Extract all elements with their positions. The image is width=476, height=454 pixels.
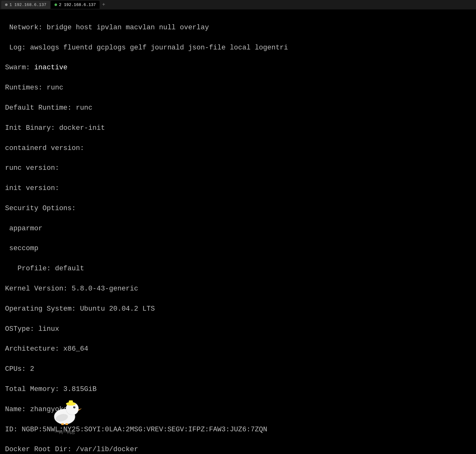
line-arch: Architecture: x86_64 xyxy=(5,344,471,354)
line-seccomp: seccomp xyxy=(5,244,471,254)
line-default-runtime: Default Runtime: runc xyxy=(5,103,471,113)
line-os: Operating System: Ubuntu 20.04.2 LTS xyxy=(5,304,471,314)
line-init-version: init version: xyxy=(5,183,471,193)
line-profile: Profile: default xyxy=(5,264,471,274)
tab-1-dot xyxy=(5,3,8,6)
line-apparmor: apparmor xyxy=(5,224,471,234)
line-memory: Total Memory: 3.815GiB xyxy=(5,384,471,394)
tab-1-label: 1 192.168.6.137 xyxy=(9,3,46,7)
line-name: Name: zhangyoke xyxy=(5,405,471,415)
new-tab-button[interactable]: + xyxy=(100,2,107,8)
line-kernel: Kernel Version: 5.8.0-43-generic xyxy=(5,284,471,294)
line-containerd: containerd version: xyxy=(5,143,471,153)
line-docker-root: Docker Root Dir: /var/lib/docker xyxy=(5,445,471,454)
line-security-options: Security Options: xyxy=(5,204,471,214)
line-network: Network: bridge host ipvlan macvlan null… xyxy=(5,23,471,33)
tab-2-label: 2 192.168.6.137 xyxy=(59,3,96,7)
terminal-output: Network: bridge host ipvlan macvlan null… xyxy=(0,9,476,454)
line-swarm: Swarm: inactive xyxy=(5,63,471,73)
line-cpus: CPUs: 2 xyxy=(5,364,471,374)
line-ostype: OSType: linux xyxy=(5,324,471,334)
line-runtimes: Runtimes: runc xyxy=(5,83,471,93)
tab-2[interactable]: 2 192.168.6.137 xyxy=(51,1,100,9)
tab-1[interactable]: 1 192.168.6.137 xyxy=(1,1,50,9)
line-log: Log: awslogs fluentd gcplogs gelf journa… xyxy=(5,43,471,53)
line-init-binary: Init Binary: docker-init xyxy=(5,123,471,133)
line-id: ID: NGBP:5NWL:NY25:SOYI:0LAA:2MSG:VREV:S… xyxy=(5,425,471,435)
tab-bar: 1 192.168.6.137 2 192.168.6.137 + xyxy=(0,0,476,9)
tab-2-dot xyxy=(55,3,57,6)
line-runc-version: runc version: xyxy=(5,163,471,173)
